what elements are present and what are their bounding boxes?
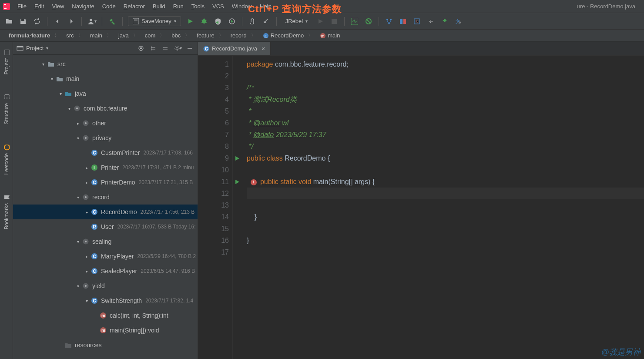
refresh-icon[interactable] (32, 17, 42, 26)
menu-edit[interactable]: Edit (31, 1, 47, 11)
rollback-icon[interactable] (426, 17, 436, 26)
tree-arrow-icon[interactable]: ▸ (74, 121, 82, 126)
breadcrumb-item[interactable]: main (87, 31, 115, 40)
attach-icon[interactable] (248, 17, 257, 26)
tree-node[interactable]: ▾privacy (13, 131, 198, 145)
project-view-selector[interactable]: Project ▾ (17, 45, 48, 52)
translate-icon[interactable]: 文A (454, 17, 463, 26)
menu-refactor[interactable]: Refactor (120, 1, 148, 11)
tree-node[interactable]: ▾com.bbc.feature (13, 101, 198, 116)
tree-arrow-icon[interactable]: ▸ (83, 269, 91, 274)
tree-arrow-icon[interactable]: ▾ (57, 91, 64, 96)
tree-node[interactable]: ▸CMarryPlayer2023/5/29 16:44, 780 B 2 (13, 249, 198, 264)
select-opened-file-icon[interactable] (137, 44, 145, 53)
tree-arrow-icon[interactable]: ▾ (74, 284, 82, 289)
breadcrumb-item[interactable]: record (227, 31, 259, 40)
run-line-icon[interactable] (235, 156, 240, 161)
collapse-all-icon[interactable] (161, 44, 170, 53)
build-hammer-icon[interactable] (107, 17, 117, 26)
tree-arrow-icon[interactable]: ▸ (83, 180, 91, 185)
editor-tab[interactable]: C RecordDemo.java × (198, 42, 271, 55)
plugin-icon[interactable] (440, 17, 449, 26)
nosign-icon[interactable] (364, 17, 373, 26)
tool-tab-structure[interactable]: Structure (2, 91, 11, 128)
settings-icon[interactable]: ▾ (173, 44, 182, 53)
tool-tab-bookmarks[interactable]: Bookmarks (2, 191, 11, 233)
hide-icon[interactable] (185, 44, 194, 53)
tree-arrow-icon[interactable]: ▸ (83, 165, 91, 170)
menu-code[interactable]: Code (99, 1, 119, 11)
jrebel-run-icon[interactable] (315, 17, 325, 26)
activity-icon[interactable] (350, 17, 359, 26)
tree-meta: 2023/7/17 17:32, 1.4 (145, 298, 193, 304)
project-tree[interactable]: ▾src▾main▾java▾com.bbc.feature▸other▾pri… (13, 55, 198, 359)
debug-icon[interactable] (199, 17, 209, 26)
forward-icon[interactable] (67, 17, 76, 26)
run-icon[interactable] (185, 17, 195, 26)
breadcrumb-item[interactable]: CRecordDemo (259, 31, 317, 40)
expand-all-icon[interactable] (149, 44, 158, 53)
tree-arrow-icon[interactable]: ▾ (74, 195, 82, 200)
tree-node[interactable]: resources (13, 338, 198, 352)
tree-node[interactable]: ▾CSwitchStrength2023/7/17 17:32, 1.4 (13, 293, 198, 308)
tree-node[interactable]: ▸other (13, 116, 198, 131)
tree-arrow-icon[interactable]: ▾ (39, 62, 47, 67)
breadcrumb-bar: formula-featuresrcmainjavacombbcfeaturer… (0, 30, 644, 42)
breadcrumb-item[interactable]: src (63, 31, 86, 40)
tree-node[interactable]: ▸IPrinter2023/7/17 17:31, 471 B 2 minu (13, 160, 198, 175)
class-icon: C (91, 208, 98, 215)
tree-arrow-icon[interactable]: ▾ (65, 106, 73, 111)
tree-arrow-icon[interactable]: ▾ (48, 77, 56, 81)
run-configuration-selector[interactable]: SaveMoney ▾ (128, 16, 181, 26)
menu-run[interactable]: Run (170, 1, 187, 11)
tree-node[interactable]: RUser2023/7/17 16:07, 533 B Today 16: (13, 219, 198, 234)
breadcrumb-item[interactable]: java (115, 31, 141, 40)
menu-tools[interactable]: Tools (188, 1, 208, 11)
tree-node[interactable]: ▾java (13, 86, 198, 101)
tool-tab-leetcode[interactable]: Leetcode (2, 141, 11, 178)
save-icon[interactable] (18, 17, 28, 26)
stop-icon[interactable] (329, 17, 339, 26)
git-icon[interactable] (384, 17, 394, 26)
tree-node[interactable]: ▾sealing (13, 234, 198, 249)
tree-arrow-icon[interactable]: ▸ (83, 254, 91, 259)
tree-node[interactable]: mcalc(int, int, String):int (13, 308, 198, 323)
breadcrumb-item[interactable]: com (141, 31, 168, 40)
tree-node[interactable]: CCustomPrinter2023/7/17 17:03, 166 (13, 145, 198, 160)
tree-arrow-icon[interactable]: ▸ (83, 210, 91, 215)
menu-view[interactable]: View (48, 1, 67, 11)
breadcrumb-item[interactable]: bbc (168, 31, 193, 40)
profile-run-icon[interactable] (227, 17, 237, 26)
breadcrumb-item[interactable]: mmain (316, 31, 348, 40)
history-icon[interactable] (412, 17, 422, 26)
breadcrumb-item[interactable]: formula-feature (5, 31, 63, 40)
tree-node[interactable]: ▸CRecordDemo2023/7/17 17:56, 213 B (13, 205, 198, 219)
tree-arrow-icon[interactable]: ▾ (74, 136, 82, 141)
profile-icon[interactable]: ▾ (87, 17, 97, 26)
menu-vcs[interactable]: VCS (209, 1, 228, 11)
coverage-icon[interactable] (213, 17, 223, 26)
tree-node[interactable]: ▸CSealedPlayer2023/6/15 14:47, 916 B (13, 264, 198, 278)
tree-node[interactable]: ▾main (13, 71, 198, 86)
diff-icon[interactable] (398, 17, 408, 26)
menu-navigate[interactable]: Navigate (68, 1, 97, 11)
tree-arrow-icon[interactable]: ▾ (83, 299, 91, 303)
run-line-icon[interactable] (235, 179, 240, 185)
menu-file[interactable]: File (14, 1, 30, 11)
back-icon[interactable] (53, 17, 62, 26)
tool-tab-project[interactable]: Project (2, 46, 11, 78)
tree-node[interactable]: ▾src (13, 57, 198, 71)
tree-node[interactable]: ▾record (13, 190, 198, 205)
code-editor[interactable]: 1234567891011121314151617 package com.bb… (198, 56, 644, 359)
shrink-icon[interactable] (262, 17, 271, 26)
tree-arrow-icon[interactable]: ▾ (74, 239, 82, 244)
tree-node[interactable]: ▾yield (13, 278, 198, 293)
tree-node[interactable]: mmain(String[]):void (13, 323, 198, 338)
close-icon[interactable]: × (260, 45, 265, 52)
tree-node[interactable]: ▸CPrinterDemo2023/7/17 17:21, 315 B (13, 175, 198, 190)
svg-text:C: C (93, 254, 96, 259)
open-icon[interactable] (4, 17, 14, 26)
jrebel-selector[interactable]: JRebel ▾ (282, 17, 311, 26)
menu-build[interactable]: Build (149, 1, 169, 11)
breadcrumb-item[interactable]: feature (193, 31, 227, 40)
